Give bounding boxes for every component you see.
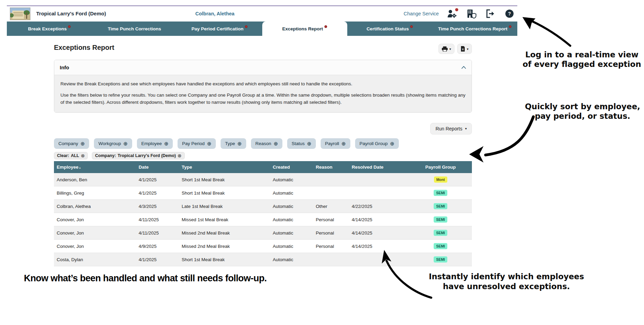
clear-value: ALL xyxy=(71,153,79,158)
excel-file-icon: x xyxy=(461,46,465,52)
company-filter-label: Company: xyxy=(95,153,116,158)
cell-employee: Costa, Dylan xyxy=(54,253,136,266)
cell-date: 4/3/2025 xyxy=(136,200,179,213)
circle-plus-icon: ⊕ xyxy=(341,141,346,146)
company-filter-chip[interactable]: Company: Tropical Larry's Ford (Demo) ⊗ xyxy=(92,152,184,159)
filter-button-type[interactable]: Type⊕ xyxy=(221,138,246,149)
info-panel: Info Review the Break Exceptions and see… xyxy=(54,60,472,113)
filter-buttons: Company⊕Workgroup⊕Employee⊕Pay Period⊕Ty… xyxy=(54,138,472,149)
print-button[interactable]: ▾ xyxy=(438,44,454,54)
caret-down-icon: ▾ xyxy=(449,47,451,51)
company-filter-value: Tropical Larry's Ford (Demo) xyxy=(118,153,176,158)
remove-filter-icon[interactable]: ⊗ xyxy=(178,153,182,158)
page: Tropical Larry's Ford (Demo) Colbran, Al… xyxy=(0,0,644,325)
column-header-reason[interactable]: Reason xyxy=(313,161,349,173)
caret-down-icon: ▾ xyxy=(467,47,468,51)
change-service-link[interactable]: Change Service xyxy=(404,11,439,16)
table-header-row: Employee▴DateTypeCreatedReasonResolved D… xyxy=(54,161,472,173)
tab-certification-status[interactable]: Certification Status xyxy=(347,22,432,36)
table-row[interactable]: Conover, Jon4/11/2025Missed 1st Meal Bre… xyxy=(54,213,472,226)
content: Exceptions Report ▾ x xyxy=(54,44,472,266)
notification-dot xyxy=(324,25,327,28)
tab-break-exceptions[interactable]: Break Exceptions xyxy=(7,22,92,36)
filter-button-company[interactable]: Company⊕ xyxy=(54,138,89,149)
app-window: Tropical Larry's Ford (Demo) Colbran, Al… xyxy=(7,5,517,266)
filter-button-pay-period[interactable]: Pay Period⊕ xyxy=(178,138,216,149)
cell-type: Missed 2nd Meal Break xyxy=(179,226,270,240)
circle-plus-icon: ⊕ xyxy=(207,141,211,146)
tab-time-punch-corrections-report[interactable]: Time Punch Corrections Report xyxy=(432,22,517,36)
tab-label: Break Exceptions xyxy=(28,26,67,31)
logout-icon[interactable] xyxy=(485,8,496,19)
clear-all-chip[interactable]: Clear: ALL ⊗ xyxy=(54,152,88,159)
active-filter-chips: Clear: ALL ⊗ Company: Tropical Larry's F… xyxy=(54,152,472,159)
column-header-type[interactable]: Type xyxy=(179,161,270,173)
cell-payroll-group: SEMI xyxy=(409,226,472,240)
column-header-employee[interactable]: Employee▴ xyxy=(54,161,136,173)
filter-label: Payroll Group xyxy=(360,141,388,146)
cell-employee: Billings, Greg xyxy=(54,186,136,200)
filter-button-reason[interactable]: Reason⊕ xyxy=(251,138,282,149)
cell-payroll-group: SEMI xyxy=(409,186,472,200)
filter-label: Type xyxy=(225,141,235,146)
info-panel-title: Info xyxy=(60,65,69,70)
cell-payroll-group: SEMI xyxy=(409,200,472,213)
nav-tabs: Break ExceptionsTime Punch CorrectionsPa… xyxy=(7,22,517,36)
cell-type: Missed 1st Meal Break xyxy=(179,213,270,226)
column-header-resolved-date[interactable]: Resolved Date xyxy=(349,161,409,173)
tab-label: Time Punch Corrections Report xyxy=(438,26,507,31)
filter-button-workgroup[interactable]: Workgroup⊕ xyxy=(94,138,132,149)
company-name: Tropical Larry's Ford (Demo) xyxy=(36,11,106,16)
tab-label: Pay Period Certification xyxy=(192,26,243,31)
payroll-group-badge: SEMI xyxy=(434,190,447,196)
annotation-top-right: Log in to a real-time view of every flag… xyxy=(522,50,642,69)
svg-text:?: ? xyxy=(508,11,511,16)
cell-date: 4/11/2025 xyxy=(136,213,179,226)
tab-exceptions-report[interactable]: Exceptions Report xyxy=(262,22,347,36)
circle-plus-icon: ⊕ xyxy=(274,141,278,146)
tab-time-punch-corrections[interactable]: Time Punch Corrections xyxy=(92,22,177,36)
report-tools: ▾ x ▾ xyxy=(438,44,472,54)
user-settings-icon[interactable] xyxy=(447,8,458,19)
company-shield-icon[interactable] xyxy=(466,8,477,19)
filter-label: Employee xyxy=(141,141,162,146)
filter-button-payroll[interactable]: Payroll⊕ xyxy=(321,138,350,149)
table-row[interactable]: Conover, Jon4/11/2025Missed 2nd Meal Bre… xyxy=(54,226,472,240)
info-panel-header[interactable]: Info xyxy=(54,60,472,75)
filter-button-employee[interactable]: Employee⊕ xyxy=(137,138,173,149)
info-panel-body: Review the Break Exceptions and see whic… xyxy=(54,75,472,112)
cell-employee: Colbran, Alethea xyxy=(54,200,136,213)
filter-button-status[interactable]: Status⊕ xyxy=(287,138,316,149)
export-excel-button[interactable]: x ▾ xyxy=(457,44,472,54)
circle-plus-icon: ⊕ xyxy=(390,141,394,146)
column-header-created[interactable]: Created xyxy=(270,161,313,173)
cell-type: Short 1st Meal Break xyxy=(179,253,270,266)
app-header: Tropical Larry's Ford (Demo) Colbran, Al… xyxy=(7,6,517,22)
filter-button-payroll-group[interactable]: Payroll Group⊕ xyxy=(355,138,399,149)
help-icon[interactable]: ? xyxy=(504,8,515,19)
cell-date: 4/1/2025 xyxy=(136,173,179,186)
cell-type: Missed 2nd Meal Break xyxy=(179,240,270,253)
column-header-payroll-group[interactable]: Payroll Group xyxy=(409,161,472,173)
column-header-date[interactable]: Date xyxy=(136,161,179,173)
table-row[interactable]: Colbran, Alethea4/3/2025Late 1st Meal Br… xyxy=(54,200,472,213)
clear-label: Clear: xyxy=(57,153,69,158)
header-icons: ? xyxy=(447,8,515,19)
cell-date: 4/1/2025 xyxy=(136,253,179,266)
cell-date: 4/11/2025 xyxy=(136,226,179,240)
annotation-bottom-left: Know what’s been handled and what still … xyxy=(24,273,267,284)
table-row[interactable]: Billings, Greg4/1/2025Short 1st Meal Bre… xyxy=(54,186,472,200)
cell-reason: Personal xyxy=(313,213,349,226)
table-row[interactable]: Anderson, Ben4/1/2025Short 1st Meal Brea… xyxy=(54,173,472,186)
circle-plus-icon: ⊕ xyxy=(164,141,169,146)
chevron-up-icon[interactable] xyxy=(461,66,466,69)
cell-reason xyxy=(313,253,349,266)
cell-created: Automatic xyxy=(270,173,313,186)
annotation-arrow-top-right xyxy=(516,14,576,48)
remove-filter-icon[interactable]: ⊗ xyxy=(81,153,85,158)
filter-label: Reason xyxy=(255,141,271,146)
tab-pay-period-certification[interactable]: Pay Period Certification xyxy=(177,22,262,36)
cell-created: Automatic xyxy=(270,186,313,200)
cell-payroll-group: Mont xyxy=(409,173,472,186)
cell-created: Automatic xyxy=(270,240,313,253)
